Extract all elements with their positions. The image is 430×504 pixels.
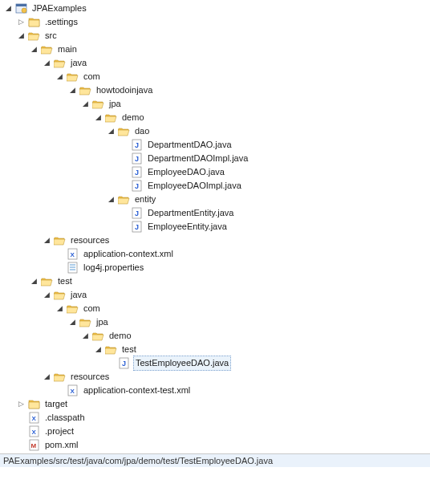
java-file-icon: [130, 139, 143, 152]
expand-toggle-icon[interactable]: ◢: [42, 372, 51, 382]
expand-toggle-icon[interactable]: ◢: [42, 291, 51, 300]
xml-file-icon: [27, 412, 40, 425]
expand-toggle-icon[interactable]: ◢: [106, 195, 116, 205]
file-label: EmployeeEntity.java: [146, 220, 229, 234]
expand-toggle-icon[interactable]: ◢: [93, 113, 103, 123]
java-file-item[interactable]: DepartmentDAOImpl.java: [117, 152, 430, 165]
settings-folder[interactable]: ▷ .settings: [14, 15, 430, 29]
folder-open-icon: [117, 125, 130, 138]
java-file-item[interactable]: DepartmentDAO.java: [117, 138, 430, 152]
project-file[interactable]: .project: [14, 425, 430, 438]
folder-open-icon: [104, 112, 117, 124]
folder-open-icon: [53, 57, 66, 70]
java-file-icon: [130, 207, 143, 220]
java-file-icon: [130, 180, 143, 193]
expand-toggle-icon[interactable]: ◢: [106, 127, 116, 136]
resources-folder[interactable]: ◢ resources: [40, 234, 430, 247]
maven-file-icon: [27, 439, 40, 452]
folder-label: howtodoinjava: [95, 83, 154, 97]
folder-label: target: [43, 397, 69, 411]
folder-open-icon: [53, 289, 66, 302]
folder-label: dao: [133, 124, 151, 138]
expand-toggle-icon[interactable]: ◢: [42, 59, 51, 68]
expand-toggle-icon[interactable]: ◢: [3, 4, 13, 14]
folder-open-icon: [91, 98, 104, 111]
folder-label: main: [56, 43, 79, 56]
folder-open-icon: [40, 43, 53, 56]
folder-open-icon: [40, 275, 53, 288]
folder-open-icon: [79, 316, 91, 329]
java-file-icon: [130, 152, 143, 165]
jpa-folder[interactable]: ◢ jpa: [66, 315, 430, 329]
xml-file-icon: [66, 384, 79, 397]
expand-toggle-icon[interactable]: ◢: [42, 236, 51, 246]
properties-file-icon: [66, 262, 79, 274]
com-folder[interactable]: ◢ com: [53, 70, 430, 83]
pom-file[interactable]: pom.xml: [14, 438, 430, 452]
folder-label: entity: [133, 193, 157, 206]
java-file-icon: [117, 357, 130, 370]
folder-open-icon: [117, 193, 130, 206]
main-folder[interactable]: ◢ main: [27, 43, 430, 56]
xml-file-item[interactable]: application-context.xml: [53, 247, 430, 261]
file-label: application-context.xml: [82, 247, 175, 261]
test-folder[interactable]: ◢ test: [27, 274, 430, 288]
target-folder[interactable]: ▷ target: [14, 397, 430, 411]
file-label: EmployeeDAO.java: [146, 165, 226, 179]
expand-toggle-icon[interactable]: ◢: [80, 100, 90, 109]
dao-folder[interactable]: ◢ dao: [104, 124, 430, 138]
expand-toggle-icon[interactable]: ◢: [55, 72, 64, 82]
file-label: TestEmployeeDAO.java: [133, 356, 231, 371]
src-folder[interactable]: ◢ src: [14, 29, 430, 43]
xml-file-icon: [27, 425, 40, 438]
project-explorer-tree[interactable]: ◢ JPAExamples ▷ .settings ◢ src: [0, 0, 430, 453]
folder-label: resources: [69, 234, 111, 247]
folder-open-icon: [79, 84, 91, 97]
java-file-item[interactable]: DepartmentEntity.java: [117, 206, 430, 220]
collapse-toggle-icon[interactable]: ▷: [16, 18, 26, 27]
folder-open-icon: [53, 371, 66, 384]
file-label: DepartmentDAO.java: [146, 138, 233, 152]
folder-label: demo: [108, 329, 133, 343]
classpath-file[interactable]: .classpath: [14, 411, 430, 425]
folder-open-icon: [91, 330, 104, 343]
entity-folder[interactable]: ◢ entity: [104, 193, 430, 206]
java-file-item[interactable]: EmployeeEntity.java: [117, 220, 430, 234]
folder-label: test: [120, 343, 138, 356]
expand-toggle-icon[interactable]: ◢: [29, 45, 39, 55]
demo-folder[interactable]: ◢ demo: [91, 111, 430, 124]
demo-folder[interactable]: ◢ demo: [79, 329, 430, 343]
jpa-folder[interactable]: ◢ jpa: [79, 97, 430, 111]
java-file-item[interactable]: EmployeeDAO.java: [117, 165, 430, 179]
resources-folder[interactable]: ◢ resources: [40, 370, 430, 384]
folder-label: jpa: [108, 97, 123, 111]
xml-file-icon: [66, 248, 79, 261]
xml-file-item[interactable]: application-context-test.xml: [53, 384, 430, 397]
properties-file-item[interactable]: log4j.properties: [53, 261, 430, 274]
folder-label: com: [82, 70, 102, 83]
folder-label: src: [43, 29, 59, 43]
com-folder[interactable]: ◢ com: [53, 302, 430, 315]
project-root[interactable]: ◢ JPAExamples: [2, 2, 430, 15]
expand-toggle-icon[interactable]: ◢: [93, 345, 103, 355]
file-label: .classpath: [43, 411, 87, 425]
howtodoinjava-folder[interactable]: ◢ howtodoinjava: [66, 83, 430, 97]
expand-toggle-icon[interactable]: ◢: [80, 331, 90, 341]
file-label: EmployeeDAOImpl.java: [146, 179, 243, 193]
project-icon: [14, 2, 27, 15]
java-folder[interactable]: ◢ java: [40, 288, 430, 302]
folder-open-icon: [53, 234, 66, 247]
java-file-icon: [130, 166, 143, 179]
folder-closed-icon: [27, 398, 40, 411]
expand-toggle-icon[interactable]: ◢: [55, 304, 64, 314]
expand-toggle-icon[interactable]: ◢: [67, 86, 77, 96]
expand-toggle-icon[interactable]: ◢: [29, 277, 39, 287]
folder-open-icon: [66, 303, 79, 315]
expand-toggle-icon[interactable]: ◢: [16, 31, 26, 41]
test-package-folder[interactable]: ◢ test: [91, 343, 430, 356]
collapse-toggle-icon[interactable]: ▷: [16, 400, 26, 409]
java-file-item-selected[interactable]: TestEmployeeDAO.java: [104, 356, 430, 370]
java-folder[interactable]: ◢ java: [40, 56, 430, 70]
java-file-item[interactable]: EmployeeDAOImpl.java: [117, 179, 430, 193]
expand-toggle-icon[interactable]: ◢: [67, 318, 77, 327]
